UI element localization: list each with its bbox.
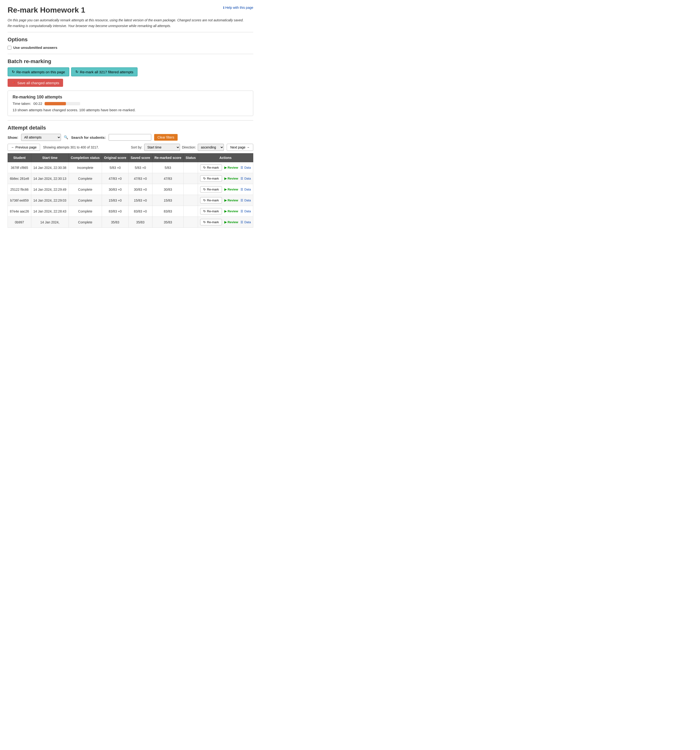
progress-bar-outer [45, 102, 80, 105]
data-button[interactable]: ☰ Data [241, 177, 251, 180]
pagination-and-sort: ← Previous page Showing attempts 301 to … [8, 144, 253, 151]
remark-all-icon: ↻ [75, 70, 78, 74]
data-button[interactable]: ☰ Data [241, 220, 251, 224]
cell-completion: Complete [69, 173, 102, 184]
info-text-2: Re-marking is computationally intensive.… [8, 24, 253, 28]
cell-status [184, 206, 198, 217]
prev-page-button[interactable]: ← Previous page [8, 144, 40, 151]
progress-time-label: Time taken: [12, 101, 31, 106]
cell-student: 6b8ec 281e8 [8, 173, 31, 184]
remark-icon: ↻ [203, 177, 206, 180]
table-row: 25122 f9c66 14 Jan 2024, 22:29:49 Comple… [8, 184, 253, 195]
col-actions: Actions [198, 154, 253, 162]
remark-button[interactable]: ↻ Re-mark [200, 208, 222, 214]
cell-student: 87e4e aac26 [8, 206, 31, 217]
cell-start-time: 14 Jan 2024, 22:29:49 [31, 184, 69, 195]
remark-icon: ↻ [12, 70, 15, 74]
search-input[interactable] [109, 134, 151, 141]
cell-original: 83/83 +0 [102, 206, 129, 217]
attempt-details-heading: Attempt details [8, 125, 253, 131]
cell-actions: ↻ Re-mark ▶ Review ☰ Data [198, 195, 253, 206]
direction-select[interactable]: ascending descending [198, 144, 224, 151]
data-button[interactable]: ☰ Data [241, 198, 251, 202]
review-button[interactable]: ▶ Review [224, 209, 238, 213]
sort-row: Sort by: Start time Student Completion s… [131, 144, 224, 151]
remark-icon: ↻ [203, 188, 206, 191]
cell-start-time: 14 Jan 2024, 22:30:13 [31, 173, 69, 184]
play-icon: ▶ [224, 188, 227, 191]
cell-saved: 15/83 +0 [129, 195, 152, 206]
remark-button[interactable]: ↻ Re-mark [200, 175, 222, 182]
remark-button[interactable]: ↻ Re-mark [200, 186, 222, 193]
cell-original: 30/83 +0 [102, 184, 129, 195]
next-page-button[interactable]: Next page → [227, 144, 253, 151]
remark-page-button[interactable]: ↻ Re-mark attempts on this page [8, 68, 69, 76]
pagination-info: Showing attempts 301 to 400 of 3217. [43, 145, 99, 149]
cell-status [184, 195, 198, 206]
remark-button[interactable]: ↻ Re-mark [200, 219, 222, 225]
data-icon: ☰ [241, 188, 243, 191]
cell-saved: 30/83 +0 [129, 184, 152, 195]
remark-all-button[interactable]: ↻ Re-mark all 3217 filtered attempts [71, 68, 138, 76]
options-heading: Options [8, 37, 253, 43]
table-row: b736f ee859 14 Jan 2024, 22:29:03 Comple… [8, 195, 253, 206]
cell-saved: 5/83 +0 [129, 162, 152, 173]
remark-button[interactable]: ↻ Re-mark [200, 197, 222, 203]
cell-start-time: 14 Jan 2024, 22:29:03 [31, 195, 69, 206]
cell-start-time: 14 Jan 2024, 22:30:38 [31, 162, 69, 173]
cell-student: 0b997 [8, 217, 31, 228]
review-button[interactable]: ▶ Review [224, 220, 238, 224]
cell-remarked: 5/83 [152, 162, 184, 173]
clear-filters-button[interactable]: Clear filters [154, 134, 178, 141]
remark-button[interactable]: ↻ Re-mark [200, 164, 222, 171]
data-icon: ☰ [241, 198, 243, 202]
cell-completion: Incomplete [69, 162, 102, 173]
table-row: 0b997 14 Jan 2024, Complete 35/83 35/83 … [8, 217, 253, 228]
cell-completion: Complete [69, 195, 102, 206]
sort-select[interactable]: Start time Student Completion status Ori… [144, 144, 180, 151]
cell-start-time: 14 Jan 2024, 22:28:43 [31, 206, 69, 217]
cell-original: 47/83 +0 [102, 173, 129, 184]
search-icon: 🔍 [64, 135, 68, 140]
play-icon: ▶ [224, 198, 227, 202]
data-button[interactable]: ☰ Data [241, 166, 251, 169]
review-button[interactable]: ▶ Review [224, 166, 238, 169]
cell-completion: Complete [69, 206, 102, 217]
review-button[interactable]: ▶ Review [224, 177, 238, 180]
cell-completion: Complete [69, 217, 102, 228]
play-icon: ▶ [224, 166, 227, 169]
cell-saved: 47/83 +0 [129, 173, 152, 184]
cell-actions: ↻ Re-mark ▶ Review ☰ Data [198, 173, 253, 184]
direction-label: Direction: [182, 145, 196, 149]
save-all-button[interactable]: 🔻 Save all changed attempts [8, 79, 63, 87]
table-row: 6b8ec 281e8 14 Jan 2024, 22:30:13 Comple… [8, 173, 253, 184]
cell-remarked: 83/83 [152, 206, 184, 217]
play-icon: ▶ [224, 209, 227, 213]
info-text-1: On this page you can automatically remar… [8, 18, 253, 22]
data-button[interactable]: ☰ Data [241, 188, 251, 191]
data-icon: ☰ [241, 177, 243, 180]
sort-label: Sort by: [131, 145, 142, 149]
cell-saved: 83/83 +0 [129, 206, 152, 217]
cell-status [184, 162, 198, 173]
cell-remarked: 30/83 [152, 184, 184, 195]
review-button[interactable]: ▶ Review [224, 188, 238, 191]
unsubmitted-answers-checkbox[interactable] [8, 46, 11, 49]
cell-remarked: 35/83 [152, 217, 184, 228]
cell-original: 15/83 +0 [102, 195, 129, 206]
help-link[interactable]: ℹ Help with this page [223, 6, 253, 9]
progress-bar-inner [45, 102, 66, 105]
divider-1 [8, 32, 253, 32]
show-select[interactable]: All attempts Changed attempts Unchanged … [21, 134, 61, 141]
remark-icon: ↻ [203, 166, 206, 169]
review-button[interactable]: ▶ Review [224, 198, 238, 202]
col-completion: Completion status [69, 154, 102, 162]
cell-student: 3678f cf865 [8, 162, 31, 173]
help-icon: ℹ [223, 6, 224, 9]
cell-remarked: 15/83 [152, 195, 184, 206]
unsubmitted-answers-label: Use unsubmitted answers [13, 46, 57, 49]
col-original: Original score [102, 154, 129, 162]
cell-remarked: 47/83 [152, 173, 184, 184]
remark-icon: ↻ [203, 198, 206, 202]
data-button[interactable]: ☰ Data [241, 209, 251, 213]
